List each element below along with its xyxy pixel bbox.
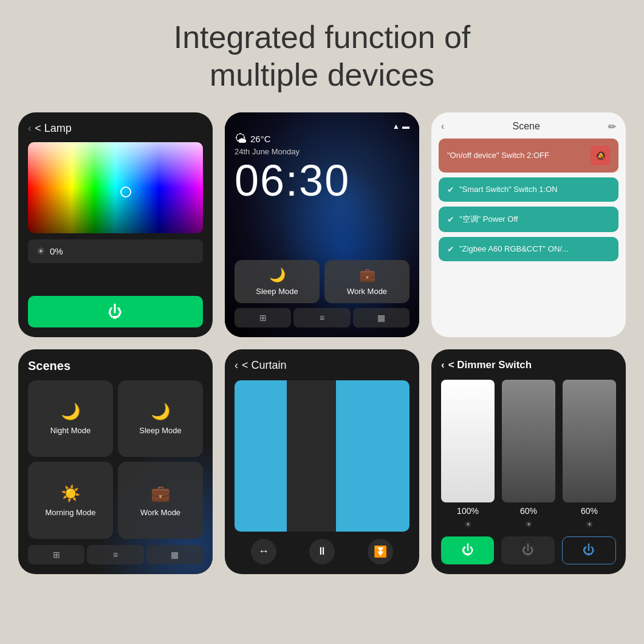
- scenes-nav-grid[interactable]: ⊞: [28, 545, 84, 564]
- work-icon: 💼: [359, 267, 375, 283]
- scene-card: ‹ Scene ✏ "On/off device" Switch 2:OFF 🔕…: [431, 112, 626, 337]
- main-grid: ‹ < Lamp ☀ 0% ⏻ ▲ ▬ 🌤: [12, 106, 632, 580]
- clock-time: 06:30: [235, 159, 409, 202]
- curtain-card: ‹ < Curtain ↔ ⏸ ⏬: [225, 349, 419, 574]
- scene-title: Scene: [512, 121, 540, 132]
- dimmer-sliders-container: 100% ☀ 60% ☀ 60% ☀: [441, 380, 616, 529]
- lamp-card: ‹ < Lamp ☀ 0% ⏻: [18, 112, 213, 337]
- color-overlay: [28, 142, 203, 233]
- clock-content: ▲ ▬ 🌤 26°C 24th June Monday 06:30 🌙 Slee…: [225, 112, 419, 337]
- page-title: Integrated function of multiple devices: [149, 0, 495, 106]
- brightness-bar: ☀ 0%: [28, 239, 203, 263]
- dimmer-power-icon-2: ⏻: [522, 543, 534, 557]
- dimmer-title: < Dimmer Switch: [448, 359, 532, 371]
- sleep-icon: 🌙: [269, 267, 286, 283]
- curtain-title: < Curtain: [242, 359, 287, 372]
- clock-nav: ⊞ ≡ ▦: [235, 308, 409, 327]
- work-mode-label-scenes: Work Mode: [140, 508, 180, 517]
- dimmer-channel-2: 60% ☀: [502, 380, 555, 529]
- slider-sun-3: ☀: [586, 519, 594, 529]
- temperature: 26°C: [250, 134, 271, 144]
- lamp-header: ‹ < Lamp: [28, 122, 203, 135]
- curtain-visual: [235, 380, 409, 532]
- dimmer-power-2[interactable]: ⏻: [501, 536, 554, 564]
- delete-icon: 🔕: [595, 151, 606, 160]
- dimmer-power-icon-1: ⏻: [462, 543, 474, 557]
- sleep-mode-button[interactable]: 🌙 Sleep Mode: [235, 260, 320, 303]
- scene-edit-icon[interactable]: ✏: [608, 121, 616, 132]
- scenes-nav-list[interactable]: ≡: [87, 545, 143, 564]
- sleep-mode-btn-scenes[interactable]: 🌙 Sleep Mode: [118, 380, 203, 457]
- scenes-nav-table[interactable]: ▦: [146, 545, 203, 564]
- check-icon-2: ✔: [447, 185, 454, 194]
- scene-header: ‹ Scene ✏: [431, 112, 626, 139]
- scene-item-4[interactable]: ✔ "Zigbee A60 RGB&CCT" ON/...: [439, 237, 618, 261]
- dimmer-power-row: ⏻ ⏻ ⏻: [441, 536, 616, 564]
- curtain-pause-button[interactable]: ⏸: [309, 539, 335, 564]
- sleep-mode-label: Sleep Mode: [256, 287, 298, 296]
- color-dot: [120, 187, 131, 197]
- morning-mode-button[interactable]: ☀️ Morning Mode: [28, 462, 113, 539]
- curtain-pause-icon: ⏸: [317, 545, 327, 558]
- lamp-power-button[interactable]: ⏻: [28, 296, 203, 327]
- nav-grid[interactable]: ⊞: [235, 308, 291, 327]
- scene-list: "On/off device" Switch 2:OFF 🔕 ✔ "Smart …: [431, 139, 626, 337]
- dimmer-power-icon-3: ⏻: [583, 543, 595, 557]
- color-picker[interactable]: [28, 142, 203, 233]
- night-icon: 🌙: [61, 402, 80, 421]
- scene-item-1[interactable]: "On/off device" Switch 2:OFF 🔕: [439, 139, 618, 173]
- slider-percent-3: 60%: [581, 506, 598, 516]
- curtain-open-button[interactable]: ↔: [251, 539, 276, 564]
- sun-icon: ☀: [36, 245, 45, 257]
- scene-item-3[interactable]: ✔ "空调" Power Off: [439, 207, 618, 232]
- work-mode-label: Work Mode: [347, 287, 387, 296]
- dimmer-card: ‹ < Dimmer Switch 100% ☀ 60% ☀ 60% ☀ ⏻: [431, 349, 626, 574]
- scene-back-chevron[interactable]: ‹: [441, 121, 444, 132]
- scenes-title: Scenes: [28, 359, 203, 373]
- dimmer-back-chevron[interactable]: ‹: [441, 359, 445, 371]
- scene-delete-button[interactable]: 🔕: [591, 146, 610, 165]
- curtain-controls: ↔ ⏸ ⏬: [235, 539, 409, 564]
- scene-item-2-text: "Smart Switch" Switch 1:ON: [459, 185, 558, 194]
- slider-track-3[interactable]: [563, 380, 616, 502]
- work-mode-button[interactable]: 💼 Work Mode: [324, 260, 409, 303]
- scene-item-2[interactable]: ✔ "Smart Switch" Switch 1:ON: [439, 177, 618, 202]
- night-mode-label: Night Mode: [50, 426, 91, 435]
- scene-item-3-text: "空调" Power Off: [459, 214, 518, 225]
- curtain-header: ‹ < Curtain: [235, 359, 409, 372]
- nav-table[interactable]: ▦: [353, 308, 409, 327]
- lamp-title: < Lamp: [35, 122, 72, 135]
- dimmer-power-1[interactable]: ⏻: [441, 536, 494, 564]
- curtain-open-icon: ↔: [258, 545, 269, 558]
- sleep-icon-scenes: 🌙: [151, 402, 170, 421]
- weather-row: 🌤 26°C: [235, 132, 409, 146]
- check-icon-3: ✔: [447, 214, 454, 224]
- check-icon-4: ✔: [447, 244, 454, 254]
- work-mode-btn-scenes[interactable]: 💼 Work Mode: [118, 462, 203, 539]
- scenes-card: Scenes 🌙 Night Mode 🌙 Sleep Mode ☀️ Morn…: [18, 349, 213, 574]
- curtain-back-chevron[interactable]: ‹: [235, 359, 238, 372]
- night-mode-button[interactable]: 🌙 Night Mode: [28, 380, 113, 457]
- slider-percent-2: 60%: [520, 506, 537, 516]
- slider-track-2[interactable]: [502, 380, 555, 502]
- work-icon-scenes: 💼: [151, 484, 170, 503]
- mode-buttons: 🌙 Sleep Mode 💼 Work Mode: [235, 260, 409, 303]
- nav-list[interactable]: ≡: [293, 308, 350, 327]
- scene-item-4-text: "Zigbee A60 RGB&CCT" ON/...: [459, 244, 569, 253]
- brightness-value: 0%: [50, 246, 63, 256]
- curtain-close-button[interactable]: ⏬: [368, 539, 393, 564]
- dimmer-power-3[interactable]: ⏻: [562, 536, 616, 564]
- clock-top-bar: ▲ ▬: [235, 122, 409, 131]
- dimmer-channel-1: 100% ☀: [441, 380, 495, 529]
- slider-sun-1: ☀: [464, 519, 472, 529]
- slider-percent-1: 100%: [457, 506, 479, 516]
- back-chevron[interactable]: ‹: [28, 123, 31, 134]
- slider-sun-2: ☀: [525, 519, 533, 529]
- morning-icon: ☀️: [61, 484, 80, 503]
- wifi-battery-icons: ▲ ▬: [392, 122, 409, 131]
- slider-track-1[interactable]: [441, 380, 495, 502]
- weather-icon: 🌤: [235, 132, 247, 146]
- wifi-icon: ▲: [392, 122, 400, 131]
- dimmer-channel-3: 60% ☀: [563, 380, 616, 529]
- clock-card: ▲ ▬ 🌤 26°C 24th June Monday 06:30 🌙 Slee…: [225, 112, 419, 337]
